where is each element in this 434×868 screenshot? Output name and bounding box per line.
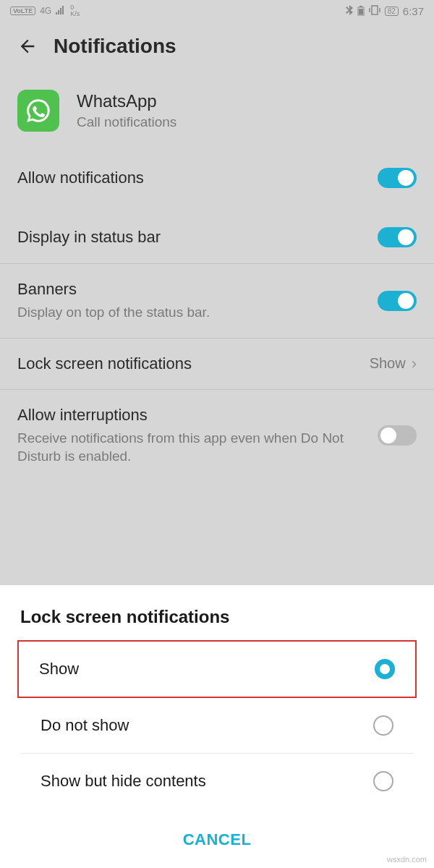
option-label: Show but hide contents — [41, 772, 206, 791]
lock-screen-dialog: Lock screen notifications Show Do not sh… — [0, 585, 434, 868]
app-info-row[interactable]: WhatsApp Call notifications — [0, 77, 434, 145]
allow-notifications-row[interactable]: Allow notifications — [0, 152, 434, 204]
lock-screen-label: Lock screen notifications — [17, 354, 370, 373]
interruptions-sub: Receive notifications from this app even… — [17, 429, 378, 466]
battery-icon — [357, 6, 365, 16]
net-speed-unit: K/s — [70, 11, 80, 17]
option-do-not-show[interactable]: Do not show — [20, 698, 414, 754]
radio-empty-icon[interactable] — [373, 771, 393, 791]
interruptions-row[interactable]: Allow interruptions Receive notification… — [0, 390, 434, 482]
chevron-right-icon: › — [412, 354, 417, 373]
status-bar: VoLTE 4G 0 K/s 82 6:37 — [0, 0, 434, 22]
lock-screen-value: Show — [370, 355, 406, 372]
dialog-title: Lock screen notifications — [0, 607, 434, 640]
bluetooth-icon — [346, 5, 353, 17]
banners-sub: Display on top of the status bar. — [17, 303, 378, 322]
banners-toggle[interactable] — [378, 291, 417, 311]
banners-row[interactable]: Banners Display on top of the status bar… — [0, 264, 434, 339]
radio-empty-icon[interactable] — [373, 715, 393, 736]
svg-rect-1 — [359, 6, 362, 7]
whatsapp-icon — [17, 90, 59, 132]
signal-icon — [56, 6, 66, 17]
page-title: Notifications — [54, 35, 176, 58]
vibrate-icon — [369, 5, 380, 17]
svg-rect-3 — [372, 6, 378, 14]
banners-label: Banners — [17, 280, 378, 299]
allow-notifications-label: Allow notifications — [17, 169, 378, 187]
allow-notifications-toggle[interactable] — [378, 168, 417, 188]
watermark: wsxdn.com — [387, 855, 427, 864]
svg-rect-2 — [359, 9, 363, 14]
option-show[interactable]: Show — [17, 640, 417, 698]
display-status-label: Display in status bar — [17, 228, 378, 247]
display-status-toggle[interactable] — [378, 227, 417, 247]
interruptions-toggle[interactable] — [378, 425, 417, 446]
interruptions-label: Allow interruptions — [17, 406, 378, 425]
back-icon[interactable] — [17, 36, 38, 56]
option-label: Do not show — [41, 716, 129, 735]
option-label: Show — [39, 660, 79, 678]
display-status-row[interactable]: Display in status bar — [0, 211, 434, 264]
app-subtitle: Call notifications — [77, 114, 176, 130]
lock-screen-row[interactable]: Lock screen notifications Show › — [0, 339, 434, 390]
radio-selected-icon[interactable] — [375, 659, 395, 679]
page-header: Notifications — [0, 22, 434, 75]
app-name: WhatsApp — [77, 91, 176, 111]
cancel-button[interactable]: CANCEL — [0, 809, 434, 868]
battery-pct: 82 — [385, 7, 399, 16]
option-show-hide-contents[interactable]: Show but hide contents — [20, 754, 414, 809]
network-type: 4G — [40, 6, 51, 16]
volte-badge: VoLTE — [10, 7, 35, 15]
clock: 6:37 — [403, 5, 424, 17]
